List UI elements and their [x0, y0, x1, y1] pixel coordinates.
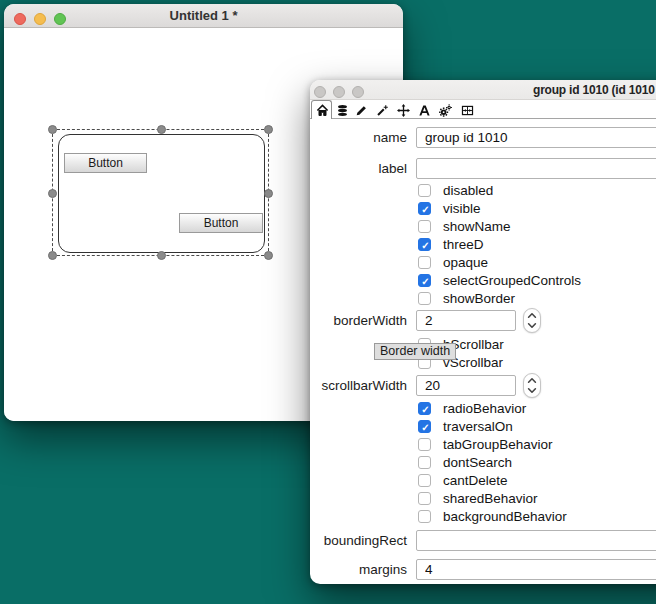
showName-checkbox[interactable]	[418, 220, 431, 233]
zoom-button[interactable]	[352, 86, 364, 98]
canvas-button[interactable]: Button	[64, 153, 147, 173]
resize-handle[interactable]	[264, 251, 273, 260]
name-input[interactable]	[416, 127, 656, 148]
margins-row: margins	[310, 559, 656, 580]
close-button[interactable]	[314, 86, 326, 98]
home-icon[interactable]	[315, 103, 329, 117]
resize-handle[interactable]	[157, 125, 166, 134]
opaque-checkbox[interactable]	[418, 256, 431, 269]
group-outline	[58, 134, 265, 253]
margins-input[interactable]	[416, 559, 656, 580]
resize-handle[interactable]	[48, 125, 57, 134]
minimize-button[interactable]	[333, 86, 345, 98]
inspector-toolbar	[310, 100, 656, 119]
backgroundBehavior-checkbox[interactable]	[418, 510, 431, 523]
disabled-checkbox[interactable]	[418, 184, 431, 197]
main-titlebar[interactable]: Untitled 1 *	[4, 4, 403, 28]
borderWidth-stepper[interactable]	[523, 308, 541, 333]
borderWidth-input[interactable]	[416, 310, 516, 331]
tabGroupBehavior-checkbox[interactable]	[418, 438, 431, 451]
radioBehavior-checkbox[interactable]	[418, 402, 431, 415]
window-title: group id 1010 (id 1010	[533, 80, 655, 100]
inspector-titlebar[interactable]: group id 1010 (id 1010	[310, 80, 656, 100]
geometry-icon[interactable]	[460, 103, 474, 117]
inspector-content: name label disabled visible showName thr…	[310, 120, 656, 584]
visible-checkbox[interactable]	[418, 202, 431, 215]
borderWidth-row: borderWidth	[310, 310, 656, 331]
resize-handle[interactable]	[48, 189, 57, 198]
label-input[interactable]	[416, 158, 656, 179]
tooltip: Border width	[374, 343, 456, 360]
selection-marquee: Button Button	[52, 129, 269, 256]
scrollbarWidth-stepper[interactable]	[523, 373, 541, 398]
resize-handle[interactable]	[264, 125, 273, 134]
resize-handle[interactable]	[48, 251, 57, 260]
window-title: Untitled 1 *	[4, 4, 403, 28]
selectGroupedControls-checkbox[interactable]	[418, 274, 431, 287]
sharedBehavior-checkbox[interactable]	[418, 492, 431, 505]
threeD-checkbox[interactable]	[418, 238, 431, 251]
move-icon[interactable]	[396, 103, 410, 117]
boundingRect-input[interactable]	[416, 530, 656, 551]
name-row: name	[310, 127, 656, 148]
scrollbarWidth-input[interactable]	[416, 375, 516, 396]
scrollbarWidth-row: scrollbarWidth	[310, 375, 656, 396]
resize-handle[interactable]	[157, 251, 166, 260]
gears-icon[interactable]	[438, 103, 452, 117]
canvas-button[interactable]: Button	[179, 213, 263, 233]
boundingRect-row: boundingRect	[310, 530, 656, 551]
pencil-icon[interactable]	[354, 103, 368, 117]
text-icon[interactable]	[417, 103, 431, 117]
database-icon[interactable]	[335, 103, 349, 117]
inspector-window: group id 1010 (id 1010 name	[310, 80, 656, 584]
wand-icon[interactable]	[375, 103, 389, 117]
dontSearch-checkbox[interactable]	[418, 456, 431, 469]
showBorder-checkbox[interactable]	[418, 292, 431, 305]
label-row: label	[310, 158, 656, 179]
cantDelete-checkbox[interactable]	[418, 474, 431, 487]
resize-handle[interactable]	[264, 189, 273, 198]
traversalOn-checkbox[interactable]	[418, 420, 431, 433]
